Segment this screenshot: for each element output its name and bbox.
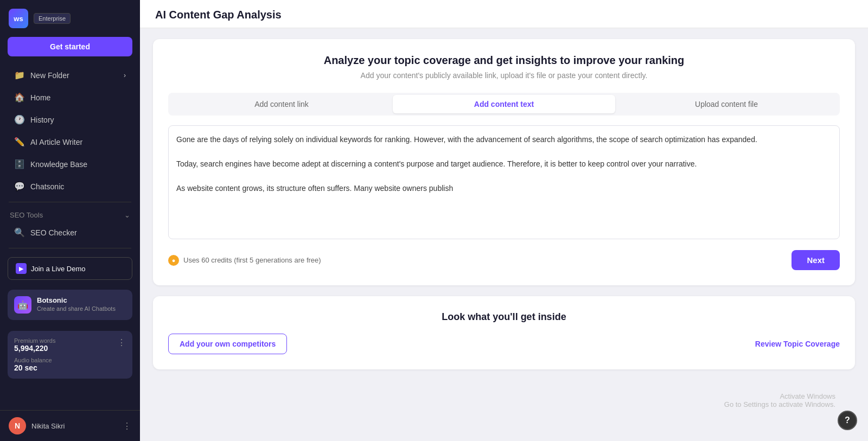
- history-icon: 🕐: [14, 114, 25, 125]
- activate-line1: Activate Windows: [724, 392, 835, 400]
- tab-upload-content-file[interactable]: Upload content file: [615, 95, 838, 113]
- sidebar-footer: N Nikita Sikri ⋮: [0, 410, 140, 441]
- chat-icon: 💬: [14, 181, 25, 191]
- sidebar: ws Enterprise Get started 📁 New Folder ›…: [0, 0, 140, 441]
- sidebar-item-label: History: [30, 116, 54, 124]
- sidebar-item-label: Chatsonic: [30, 182, 64, 191]
- play-icon: ▶: [16, 263, 27, 274]
- botsonic-title: Botsonic: [37, 296, 116, 304]
- add-competitors-button[interactable]: Add your own competitors: [168, 334, 287, 354]
- premium-words-label: Premium words: [14, 337, 126, 344]
- audio-balance-label: Audio balance: [14, 357, 126, 363]
- help-button[interactable]: ?: [838, 411, 857, 430]
- user-name: Nikita Sikri: [31, 422, 65, 430]
- sidebar-item-label: AI Article Writer: [30, 138, 82, 146]
- join-demo-button[interactable]: ▶ Join a Live Demo: [8, 257, 132, 280]
- sidebar-item-ai-article-writer[interactable]: ✏️ AI Article Writer: [4, 131, 136, 152]
- coin-icon: ●: [168, 255, 179, 266]
- sidebar-item-label: Knowledge Base: [30, 160, 87, 169]
- page-title: AI Content Gap Analysis: [155, 9, 853, 21]
- tab-add-content-link[interactable]: Add content link: [170, 95, 393, 113]
- sidebar-divider: [9, 202, 131, 202]
- look-footer: Add your own competitors Review Topic Co…: [168, 334, 840, 354]
- sidebar-item-label: New Folder: [30, 71, 69, 80]
- botsonic-subtitle: Create and share AI Chatbots: [37, 305, 116, 312]
- chevron-right-icon: ›: [124, 72, 126, 79]
- botsonic-card[interactable]: 🤖 Botsonic Create and share AI Chatbots: [8, 290, 132, 320]
- credits-info: ● Uses 60 credits (first 5 generations a…: [168, 255, 321, 266]
- sidebar-item-home[interactable]: 🏠 Home: [4, 87, 136, 108]
- credits-text: Uses 60 credits (first 5 generations are…: [183, 256, 321, 264]
- analysis-card: Analyze your topic coverage and get insi…: [153, 39, 855, 285]
- audio-balance-value: 20 sec: [14, 363, 126, 372]
- sidebar-header: ws Enterprise: [0, 0, 140, 35]
- sidebar-item-chatsonic[interactable]: 💬 Chatsonic: [4, 176, 136, 197]
- sidebar-item-label: SEO Checker: [30, 228, 77, 237]
- card-footer: ● Uses 60 credits (first 5 generations a…: [168, 250, 840, 270]
- sidebar-item-new-folder[interactable]: 📁 New Folder ›: [4, 65, 136, 86]
- chevron-down-icon: ⌄: [124, 211, 130, 219]
- article-icon: ✏️: [14, 137, 25, 147]
- folder-icon: 📁: [14, 70, 25, 80]
- card-heading: Analyze your topic coverage and get insi…: [168, 54, 840, 67]
- activate-windows-watermark: Activate Windows Go to Settings to activ…: [724, 392, 835, 408]
- user-more-options-button[interactable]: ⋮: [123, 421, 131, 431]
- database-icon: 🗄️: [14, 159, 25, 169]
- content-textarea[interactable]: Gone are the days of relying solely on i…: [168, 125, 840, 239]
- botsonic-icon: 🤖: [14, 296, 31, 314]
- seo-tools-section[interactable]: SEO Tools ⌄: [0, 207, 140, 221]
- main-content: AI Content Gap Analysis Analyze your top…: [140, 0, 868, 441]
- activate-line2: Go to Settings to activate Windows.: [724, 400, 835, 408]
- avatar: N: [9, 417, 26, 434]
- content-area: Analyze your topic coverage and get insi…: [140, 28, 868, 380]
- premium-card: ⋮ Premium words 5,994,220 Audio balance …: [8, 331, 132, 379]
- card-subheading: Add your content's publicly available li…: [168, 71, 840, 80]
- look-card: Look what you'll get inside Add your own…: [153, 296, 855, 369]
- writesonic-logo: ws: [9, 9, 28, 28]
- page-header: AI Content Gap Analysis: [140, 0, 868, 28]
- sidebar-item-history[interactable]: 🕐 History: [4, 109, 136, 130]
- seo-icon: 🔍: [14, 227, 25, 238]
- join-demo-label: Join a Live Demo: [31, 265, 85, 273]
- look-heading: Look what you'll get inside: [168, 311, 840, 323]
- home-icon: 🏠: [14, 92, 25, 103]
- sidebar-item-seo-checker[interactable]: 🔍 SEO Checker: [4, 222, 136, 243]
- get-started-button[interactable]: Get started: [8, 37, 132, 56]
- premium-words-value: 5,994,220: [14, 344, 126, 353]
- sidebar-item-label: Home: [30, 93, 50, 102]
- tab-add-content-text[interactable]: Add content text: [393, 95, 615, 113]
- enterprise-badge: Enterprise: [34, 13, 71, 24]
- next-button[interactable]: Next: [792, 250, 840, 270]
- sidebar-divider-2: [9, 248, 131, 248]
- seo-tools-label: SEO Tools: [10, 211, 43, 219]
- sidebar-item-knowledge-base[interactable]: 🗄️ Knowledge Base: [4, 154, 136, 175]
- content-tabs: Add content link Add content text Upload…: [168, 93, 840, 116]
- more-options-button[interactable]: ⋮: [117, 337, 126, 348]
- review-topic-link[interactable]: Review Topic Coverage: [755, 340, 840, 348]
